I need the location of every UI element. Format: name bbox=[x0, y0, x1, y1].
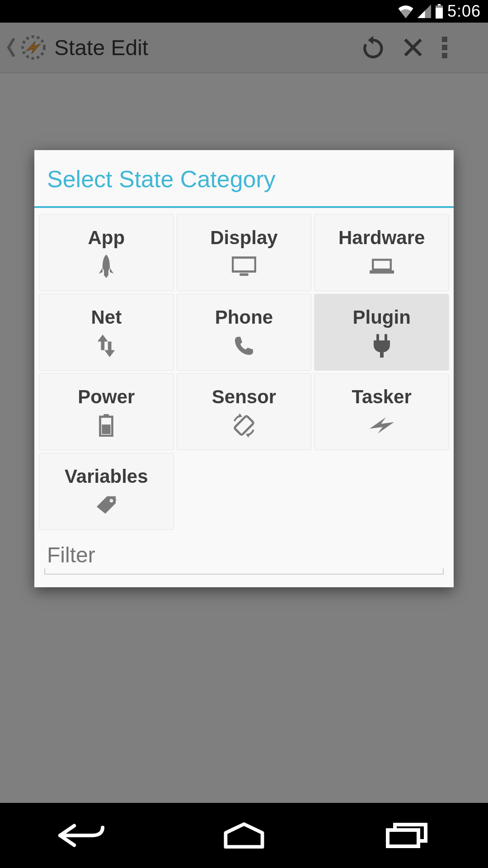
status-clock: 5:06 bbox=[447, 2, 481, 21]
category-label: Variables bbox=[65, 466, 148, 487]
category-label: Display bbox=[210, 227, 277, 249]
navigation-bar bbox=[0, 803, 488, 868]
filter-area bbox=[34, 533, 454, 587]
svg-rect-8 bbox=[239, 273, 248, 276]
svg-rect-18 bbox=[388, 830, 418, 846]
svg-rect-10 bbox=[370, 270, 394, 274]
category-power[interactable]: Power bbox=[39, 373, 174, 450]
svg-rect-11 bbox=[376, 334, 379, 340]
select-state-category-dialog: Select State Category App Display Hardwa… bbox=[34, 150, 454, 587]
svg-rect-0 bbox=[438, 4, 441, 5]
category-label: Sensor bbox=[212, 386, 276, 408]
category-net[interactable]: Net bbox=[39, 294, 174, 371]
category-label: Plugin bbox=[352, 307, 410, 328]
svg-rect-2 bbox=[436, 8, 443, 19]
bolt-icon bbox=[370, 413, 394, 438]
battery-icon bbox=[94, 413, 118, 438]
updown-icon bbox=[94, 334, 118, 358]
dialog-title: Select State Category bbox=[34, 150, 454, 206]
category-tasker[interactable]: Tasker bbox=[314, 373, 449, 450]
nav-back-button[interactable] bbox=[32, 817, 131, 854]
svg-rect-9 bbox=[373, 260, 391, 270]
phone-icon bbox=[232, 334, 256, 358]
category-label: App bbox=[88, 227, 125, 249]
category-variables[interactable]: Variables bbox=[39, 453, 174, 530]
category-app[interactable]: App bbox=[39, 214, 174, 291]
svg-rect-7 bbox=[233, 258, 255, 272]
rotate-icon bbox=[232, 413, 256, 438]
filter-input[interactable] bbox=[44, 540, 444, 575]
laptop-icon bbox=[370, 254, 394, 278]
svg-point-17 bbox=[110, 499, 113, 503]
category-plugin[interactable]: Plugin bbox=[314, 294, 449, 371]
category-label: Power bbox=[78, 386, 135, 408]
svg-rect-15 bbox=[102, 425, 111, 434]
category-hardware[interactable]: Hardware bbox=[314, 214, 449, 291]
cell-signal-icon bbox=[418, 5, 431, 18]
category-label: Tasker bbox=[352, 386, 411, 408]
category-label: Hardware bbox=[338, 227, 425, 249]
status-bar: 5:06 bbox=[0, 0, 488, 23]
tag-icon bbox=[94, 493, 118, 517]
category-display[interactable]: Display bbox=[177, 214, 312, 291]
category-label: Net bbox=[91, 307, 122, 328]
category-phone[interactable]: Phone bbox=[177, 294, 312, 371]
nav-home-button[interactable] bbox=[194, 817, 294, 854]
svg-rect-12 bbox=[385, 334, 387, 340]
monitor-icon bbox=[232, 254, 256, 278]
wifi-icon bbox=[398, 5, 414, 18]
category-label: Phone bbox=[215, 307, 273, 328]
category-grid: App Display Hardware Net Phone bbox=[34, 208, 454, 533]
rocket-icon bbox=[94, 254, 118, 278]
plug-icon bbox=[370, 334, 394, 358]
battery-status-icon bbox=[435, 4, 444, 19]
category-sensor[interactable]: Sensor bbox=[177, 373, 312, 450]
nav-recent-button[interactable] bbox=[357, 817, 456, 854]
